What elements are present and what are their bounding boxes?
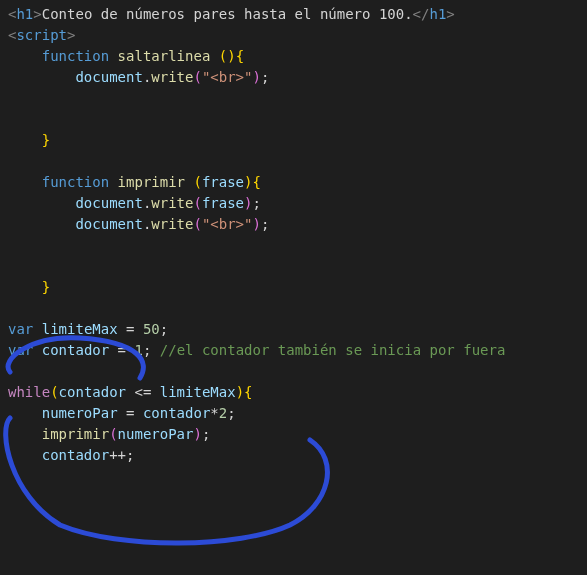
code-line-20: numeroPar = contador*2;: [8, 403, 579, 424]
paren: (: [193, 195, 201, 211]
tag-name: h1: [429, 6, 446, 22]
code-line-22: contador++;: [8, 445, 579, 466]
code-line-10: document.write(frase);: [8, 193, 579, 214]
brace: {: [236, 48, 244, 64]
code-line-2: <script>: [8, 25, 579, 46]
variable: contador: [143, 405, 210, 421]
tag-close: >: [33, 6, 41, 22]
function-name: saltarlinea: [118, 48, 211, 64]
paren: ): [252, 69, 260, 85]
code-line-blank: [8, 466, 579, 487]
method: write: [151, 195, 193, 211]
argument: frase: [202, 195, 244, 211]
keyword-var: var: [8, 321, 33, 337]
code-line-19: while(contador <= limiteMax){: [8, 382, 579, 403]
operator: ++: [109, 447, 126, 463]
code-line-7: }: [8, 130, 579, 151]
code-line-blank: [8, 88, 579, 109]
variable-name: contador: [42, 342, 109, 358]
brace: {: [244, 384, 252, 400]
code-line-blank: [8, 109, 579, 130]
paren: ): [193, 426, 201, 442]
code-line-17: var contador = 1; //el contador también …: [8, 340, 579, 361]
tag-open: </: [413, 6, 430, 22]
string: "<br>": [202, 69, 253, 85]
tag-name: h1: [16, 6, 33, 22]
code-line-blank: [8, 151, 579, 172]
keyword-function: function: [42, 174, 109, 190]
paren: ): [244, 174, 252, 190]
code-line-blank: [8, 361, 579, 382]
param: frase: [202, 174, 244, 190]
keyword-var: var: [8, 342, 33, 358]
number: 50: [143, 321, 160, 337]
code-line-blank: [8, 235, 579, 256]
paren: (: [193, 216, 201, 232]
paren: (: [109, 426, 117, 442]
variable: contador: [59, 384, 126, 400]
object: document: [75, 216, 142, 232]
function-name: imprimir: [118, 174, 185, 190]
brace: {: [253, 174, 261, 190]
paren: (: [219, 48, 227, 64]
brace: }: [42, 279, 50, 295]
variable: limiteMax: [160, 384, 236, 400]
code-line-4: document.write("<br>");: [8, 67, 579, 88]
paren: ): [244, 195, 252, 211]
method: write: [151, 69, 193, 85]
code-line-1: <h1>Conteo de números pares hasta el núm…: [8, 4, 579, 25]
operator: <=: [134, 384, 151, 400]
operator: *: [210, 405, 218, 421]
function-call: imprimir: [42, 426, 109, 442]
code-line-blank: [8, 256, 579, 277]
code-line-11: document.write("<br>");: [8, 214, 579, 235]
code-editor[interactable]: <h1>Conteo de números pares hasta el núm…: [0, 0, 587, 491]
code-line-9: function imprimir (frase){: [8, 172, 579, 193]
tag-close: >: [446, 6, 454, 22]
paren: (: [193, 69, 201, 85]
comment: //el contador también se inicia por fuer…: [160, 342, 506, 358]
keyword-function: function: [42, 48, 109, 64]
variable: numeroPar: [42, 405, 118, 421]
code-line-16: var limiteMax = 50;: [8, 319, 579, 340]
tag-name: script: [16, 27, 67, 43]
paren: (: [50, 384, 58, 400]
object: document: [75, 69, 142, 85]
paren: ): [227, 48, 235, 64]
paren: ): [252, 216, 260, 232]
brace: }: [42, 132, 50, 148]
paren: ): [236, 384, 244, 400]
code-line-14: }: [8, 277, 579, 298]
variable-name: limiteMax: [42, 321, 118, 337]
code-line-3: function saltarlinea (){: [8, 46, 579, 67]
keyword-while: while: [8, 384, 50, 400]
string: "<br>": [202, 216, 253, 232]
code-line-blank: [8, 298, 579, 319]
variable: contador: [42, 447, 109, 463]
number: 2: [219, 405, 227, 421]
h1-text: Conteo de números pares hasta el número …: [42, 6, 413, 22]
argument: numeroPar: [118, 426, 194, 442]
code-line-21: imprimir(numeroPar);: [8, 424, 579, 445]
number: 1: [134, 342, 142, 358]
object: document: [75, 195, 142, 211]
tag-close: >: [67, 27, 75, 43]
method: write: [151, 216, 193, 232]
paren: (: [193, 174, 201, 190]
